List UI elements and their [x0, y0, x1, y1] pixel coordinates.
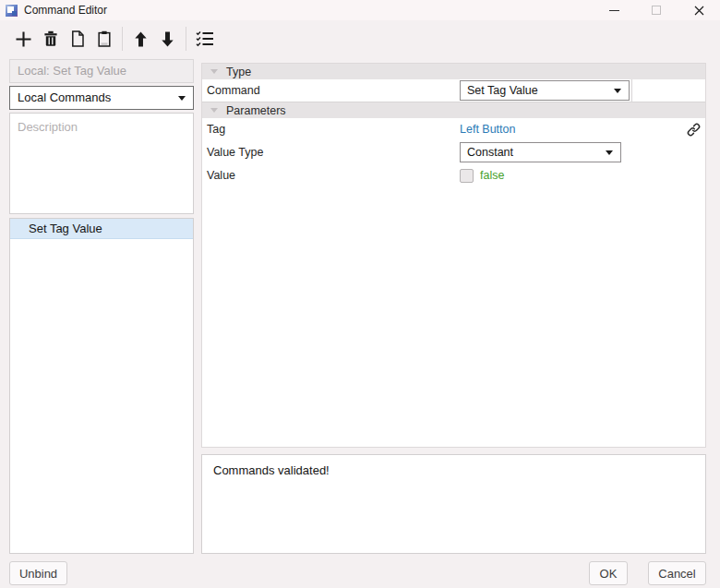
command-type-dropdown[interactable]: Set Tag Value [460, 80, 630, 101]
tag-value-link[interactable]: Left Button [460, 118, 515, 141]
toolbar-separator [186, 27, 186, 51]
parameters-section-label: Parameters [226, 104, 286, 117]
close-icon [694, 6, 704, 16]
unbind-button[interactable]: Unbind [9, 561, 67, 585]
command-type-value: Set Tag Value [467, 84, 538, 97]
titlebar: Command Editor [0, 0, 720, 20]
value-row: Value false [202, 164, 705, 187]
property-panel: Type Command Set Tag Value Parameters Ta… [201, 63, 706, 448]
value-type-value: Constant [467, 146, 513, 159]
copy-icon [68, 30, 87, 48]
collapse-triangle-icon [210, 69, 218, 74]
cancel-button[interactable]: Cancel [648, 561, 706, 585]
minimize-button[interactable] [593, 0, 635, 20]
trash-icon [42, 30, 60, 48]
command-list[interactable]: Set Tag Value [9, 218, 194, 554]
ok-button[interactable]: OK [589, 561, 628, 585]
window-title: Command Editor [24, 4, 107, 17]
copy-command-button[interactable] [64, 26, 90, 52]
paste-command-button[interactable] [90, 26, 117, 52]
maximize-button[interactable] [635, 0, 678, 20]
value-checkbox[interactable] [460, 169, 474, 183]
description-input[interactable] [9, 113, 194, 214]
value-label: Value [207, 164, 235, 187]
collapse-triangle-icon [210, 108, 218, 113]
validate-commands-button[interactable] [191, 26, 218, 52]
tag-label: Tag [207, 118, 225, 141]
minimize-icon [609, 10, 619, 11]
parameters-section-header[interactable]: Parameters [202, 102, 705, 118]
type-section-label: Type [226, 66, 251, 78]
command-editor-window: Command Editor [0, 0, 720, 588]
value-text: false [480, 164, 504, 187]
window-controls [593, 0, 720, 20]
chevron-down-icon [614, 89, 621, 93]
tag-row: Tag Left Button [202, 118, 705, 141]
value-type-dropdown[interactable]: Constant [460, 142, 621, 162]
command-scope-dropdown[interactable]: Local Commands [9, 86, 194, 110]
arrow-up-icon [132, 30, 150, 48]
value-type-label: Value Type [207, 141, 263, 164]
type-section-header[interactable]: Type [202, 64, 705, 79]
command-name-field[interactable]: Local: Set Tag Value [9, 59, 194, 83]
toolbar [0, 20, 720, 57]
close-button[interactable] [678, 0, 720, 20]
command-scope-value: Local Commands [18, 90, 111, 104]
command-list-item[interactable]: Set Tag Value [10, 219, 193, 239]
chevron-down-icon [178, 96, 186, 101]
add-command-button[interactable] [10, 26, 37, 52]
command-row: Command Set Tag Value [202, 79, 705, 102]
move-up-button[interactable] [127, 26, 154, 52]
delete-command-button[interactable] [37, 26, 64, 52]
toolbar-separator [122, 27, 123, 51]
plus-icon [14, 30, 33, 49]
arrow-down-icon [159, 30, 176, 48]
checklist-icon [195, 30, 215, 48]
move-down-button[interactable] [154, 26, 181, 52]
value-type-row: Value Type Constant [202, 141, 705, 164]
command-label: Command [207, 79, 260, 102]
validation-message: Commands validated! [213, 463, 330, 477]
link-icon[interactable] [686, 122, 702, 138]
paste-icon [95, 30, 114, 48]
cell-divider [631, 79, 632, 102]
maximize-icon [652, 6, 661, 15]
validation-message-box: Commands validated! [201, 454, 706, 554]
app-logo-icon [6, 5, 18, 17]
chevron-down-icon [606, 150, 613, 155]
